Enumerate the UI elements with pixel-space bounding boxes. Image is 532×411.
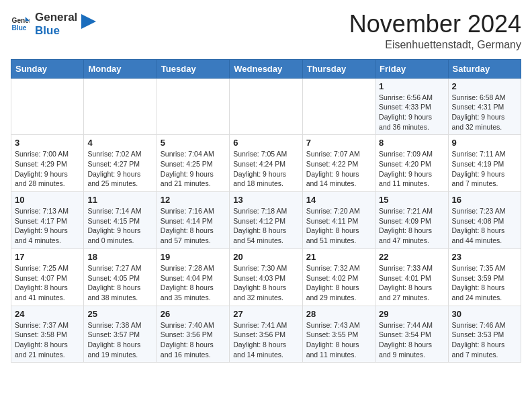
svg-marker-4 [81, 14, 96, 29]
day-info: Sunrise: 7:41 AM Sunset: 3:56 PM Dayligh… [233, 320, 298, 360]
calendar-day-cell: 22Sunrise: 7:33 AM Sunset: 4:01 PM Dayli… [375, 248, 448, 306]
day-info: Sunrise: 7:18 AM Sunset: 4:12 PM Dayligh… [233, 206, 298, 246]
day-info: Sunrise: 7:14 AM Sunset: 4:15 PM Dayligh… [87, 206, 152, 246]
calendar-day-cell: 5Sunrise: 7:04 AM Sunset: 4:25 PM Daylig… [157, 135, 229, 192]
day-info: Sunrise: 6:58 AM Sunset: 4:31 PM Dayligh… [452, 93, 517, 132]
weekday-header-monday: Monday [84, 59, 157, 78]
calendar-day-cell: 3Sunrise: 7:00 AM Sunset: 4:29 PM Daylig… [11, 135, 84, 192]
day-info: Sunrise: 7:00 AM Sunset: 4:29 PM Dayligh… [15, 149, 80, 189]
day-number: 11 [87, 195, 152, 205]
logo-general: General [35, 11, 77, 24]
day-number: 5 [161, 138, 226, 148]
logo-blue: Blue [35, 24, 77, 38]
day-info: Sunrise: 7:44 AM Sunset: 3:54 PM Dayligh… [379, 320, 444, 360]
day-number: 29 [379, 309, 444, 319]
day-number: 17 [15, 252, 80, 262]
day-info: Sunrise: 7:28 AM Sunset: 4:04 PM Dayligh… [161, 263, 226, 303]
day-number: 22 [379, 252, 444, 262]
day-info: Sunrise: 7:40 AM Sunset: 3:56 PM Dayligh… [161, 320, 226, 360]
day-number: 14 [306, 195, 371, 205]
day-number: 30 [452, 309, 517, 319]
day-info: Sunrise: 7:35 AM Sunset: 3:59 PM Dayligh… [452, 263, 517, 303]
calendar-day-cell: 21Sunrise: 7:32 AM Sunset: 4:02 PM Dayli… [302, 248, 375, 306]
calendar-day-cell [11, 78, 84, 135]
calendar-day-cell: 18Sunrise: 7:27 AM Sunset: 4:05 PM Dayli… [84, 248, 157, 306]
calendar-day-cell: 29Sunrise: 7:44 AM Sunset: 3:54 PM Dayli… [375, 306, 448, 363]
calendar-day-cell: 24Sunrise: 7:37 AM Sunset: 3:58 PM Dayli… [11, 306, 84, 363]
day-number: 3 [15, 138, 80, 148]
calendar-day-cell: 25Sunrise: 7:38 AM Sunset: 3:57 PM Dayli… [84, 306, 157, 363]
day-info: Sunrise: 7:27 AM Sunset: 4:05 PM Dayligh… [87, 263, 152, 303]
day-info: Sunrise: 7:02 AM Sunset: 4:27 PM Dayligh… [87, 149, 152, 189]
day-number: 26 [161, 309, 226, 319]
calendar-day-cell [157, 78, 229, 135]
day-info: Sunrise: 7:07 AM Sunset: 4:22 PM Dayligh… [306, 149, 371, 189]
calendar-day-cell [84, 78, 157, 135]
calendar-day-cell: 1Sunrise: 6:56 AM Sunset: 4:33 PM Daylig… [375, 78, 448, 135]
day-info: Sunrise: 7:05 AM Sunset: 4:24 PM Dayligh… [233, 149, 298, 189]
day-number: 13 [233, 195, 298, 205]
day-info: Sunrise: 7:46 AM Sunset: 3:53 PM Dayligh… [452, 320, 517, 360]
day-info: Sunrise: 7:25 AM Sunset: 4:07 PM Dayligh… [15, 263, 80, 303]
day-info: Sunrise: 7:13 AM Sunset: 4:17 PM Dayligh… [15, 206, 80, 246]
day-info: Sunrise: 7:33 AM Sunset: 4:01 PM Dayligh… [379, 263, 444, 303]
calendar-day-cell: 26Sunrise: 7:40 AM Sunset: 3:56 PM Dayli… [157, 306, 229, 363]
day-info: Sunrise: 7:04 AM Sunset: 4:25 PM Dayligh… [161, 149, 226, 189]
day-number: 7 [306, 138, 371, 148]
calendar-day-cell: 13Sunrise: 7:18 AM Sunset: 4:12 PM Dayli… [230, 192, 302, 249]
day-number: 24 [15, 309, 80, 319]
day-info: Sunrise: 7:43 AM Sunset: 3:55 PM Dayligh… [306, 320, 371, 360]
svg-text:Blue: Blue [12, 24, 27, 32]
day-number: 19 [161, 252, 226, 262]
day-number: 16 [452, 195, 517, 205]
calendar-day-cell: 20Sunrise: 7:30 AM Sunset: 4:03 PM Dayli… [230, 248, 302, 306]
calendar-day-cell: 11Sunrise: 7:14 AM Sunset: 4:15 PM Dayli… [84, 192, 157, 249]
day-number: 18 [87, 252, 152, 262]
day-number: 28 [306, 309, 371, 319]
calendar-day-cell [302, 78, 375, 135]
day-number: 20 [233, 252, 298, 262]
day-info: Sunrise: 7:37 AM Sunset: 3:58 PM Dayligh… [15, 320, 80, 360]
day-info: Sunrise: 7:20 AM Sunset: 4:11 PM Dayligh… [306, 206, 371, 246]
calendar-day-cell: 10Sunrise: 7:13 AM Sunset: 4:17 PM Dayli… [11, 192, 84, 249]
day-number: 4 [87, 138, 152, 148]
day-info: Sunrise: 7:23 AM Sunset: 4:08 PM Dayligh… [452, 206, 517, 246]
day-number: 12 [161, 195, 226, 205]
day-number: 23 [452, 252, 517, 262]
weekday-header-friday: Friday [375, 59, 448, 78]
calendar-day-cell [230, 78, 302, 135]
calendar-day-cell: 8Sunrise: 7:09 AM Sunset: 4:20 PM Daylig… [375, 135, 448, 192]
day-info: Sunrise: 7:09 AM Sunset: 4:20 PM Dayligh… [379, 149, 444, 189]
day-number: 10 [15, 195, 80, 205]
day-number: 8 [379, 138, 444, 148]
day-number: 2 [452, 81, 517, 91]
calendar-day-cell: 7Sunrise: 7:07 AM Sunset: 4:22 PM Daylig… [302, 135, 375, 192]
weekday-header-thursday: Thursday [302, 59, 375, 78]
calendar-day-cell: 30Sunrise: 7:46 AM Sunset: 3:53 PM Dayli… [448, 306, 521, 363]
location-title: Eisenhuettenstadt, Germany [349, 39, 521, 51]
day-info: Sunrise: 7:16 AM Sunset: 4:14 PM Dayligh… [161, 206, 226, 246]
day-number: 27 [233, 309, 298, 319]
day-info: Sunrise: 6:56 AM Sunset: 4:33 PM Dayligh… [379, 93, 444, 132]
title-block: November 2024 Eisenhuettenstadt, Germany [349, 11, 521, 51]
weekday-header-saturday: Saturday [448, 59, 521, 78]
day-number: 15 [379, 195, 444, 205]
calendar-day-cell: 14Sunrise: 7:20 AM Sunset: 4:11 PM Dayli… [302, 192, 375, 249]
calendar-day-cell: 4Sunrise: 7:02 AM Sunset: 4:27 PM Daylig… [84, 135, 157, 192]
calendar-week-row: 10Sunrise: 7:13 AM Sunset: 4:17 PM Dayli… [11, 192, 521, 249]
day-info: Sunrise: 7:32 AM Sunset: 4:02 PM Dayligh… [306, 263, 371, 303]
weekday-header-tuesday: Tuesday [157, 59, 229, 78]
day-info: Sunrise: 7:11 AM Sunset: 4:19 PM Dayligh… [452, 149, 517, 189]
calendar-day-cell: 16Sunrise: 7:23 AM Sunset: 4:08 PM Dayli… [448, 192, 521, 249]
logo: General Blue General Blue [11, 11, 96, 37]
day-info: Sunrise: 7:21 AM Sunset: 4:09 PM Dayligh… [379, 206, 444, 246]
weekday-header-wednesday: Wednesday [230, 59, 302, 78]
calendar-day-cell: 28Sunrise: 7:43 AM Sunset: 3:55 PM Dayli… [302, 306, 375, 363]
calendar-week-row: 3Sunrise: 7:00 AM Sunset: 4:29 PM Daylig… [11, 135, 521, 192]
day-info: Sunrise: 7:30 AM Sunset: 4:03 PM Dayligh… [233, 263, 298, 303]
day-number: 1 [379, 81, 444, 91]
calendar-day-cell: 12Sunrise: 7:16 AM Sunset: 4:14 PM Dayli… [157, 192, 229, 249]
page-header: General Blue General Blue November 2024 … [11, 11, 521, 51]
calendar-day-cell: 6Sunrise: 7:05 AM Sunset: 4:24 PM Daylig… [230, 135, 302, 192]
logo-arrow-icon [81, 14, 96, 29]
